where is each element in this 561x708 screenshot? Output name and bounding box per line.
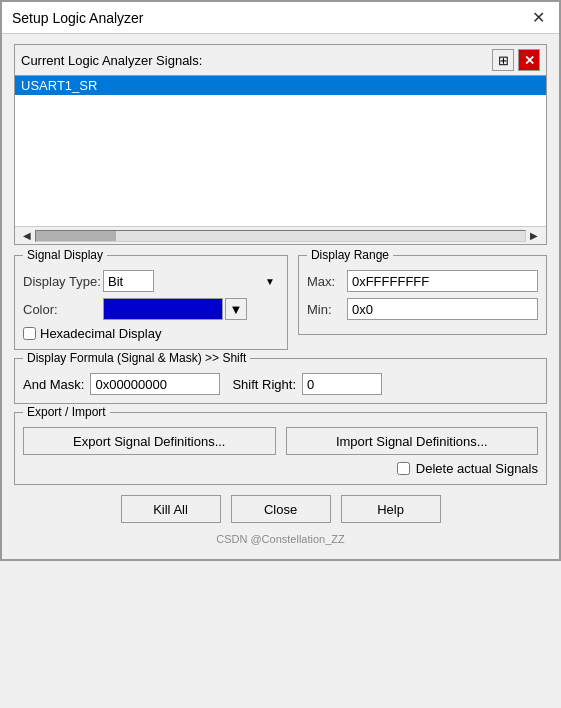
shift-right-label: Shift Right: [232,377,296,392]
hexadecimal-row: Hexadecimal Display [23,326,279,341]
max-row: Max: [307,270,538,292]
formula-border: Display Formula (Signal & Mask) >> Shift… [14,358,547,404]
window-close-button[interactable]: ✕ [528,8,549,27]
export-button[interactable]: Export Signal Definitions... [23,427,276,455]
grid-icon: ⊞ [498,53,509,68]
signals-header-label: Current Logic Analyzer Signals: [21,53,202,68]
middle-panels-row: Signal Display Display Type: Bit Analog … [14,255,547,350]
color-box[interactable] [103,298,223,320]
scroll-track[interactable] [35,230,526,242]
scroll-thumb[interactable] [36,231,116,241]
delete-signals-label: Delete actual Signals [416,461,538,476]
max-label: Max: [307,274,347,289]
signals-toolbar: ⊞ ✕ [492,49,540,71]
min-label: Min: [307,302,347,317]
display-range-panel: Display Range Max: Min: [298,255,547,350]
color-control: ▼ [103,298,247,320]
export-import-border: Export / Import Export Signal Definition… [14,412,547,485]
signals-section: Current Logic Analyzer Signals: ⊞ ✕ USAR… [14,44,547,245]
window-content: Current Logic Analyzer Signals: ⊞ ✕ USAR… [2,34,559,559]
export-import-buttons-row: Export Signal Definitions... Import Sign… [23,427,538,455]
kill-all-button[interactable]: Kill All [121,495,221,523]
window-title: Setup Logic Analyzer [12,10,144,26]
down-arrow-icon: ▼ [230,302,243,317]
min-row: Min: [307,298,538,320]
color-picker-button[interactable]: ▼ [225,298,247,320]
horizontal-scrollbar[interactable]: ◀ ▶ [15,226,546,244]
scroll-right-arrow[interactable]: ▶ [526,230,542,241]
display-type-label: Display Type: [23,274,103,289]
title-bar: Setup Logic Analyzer ✕ [2,2,559,34]
delete-row: Delete actual Signals [23,461,538,476]
shift-right-input[interactable] [302,373,382,395]
formula-legend: Display Formula (Signal & Mask) >> Shift [23,351,250,365]
watermark: CSDN @Constellation_ZZ [14,533,547,549]
display-range-legend: Display Range [307,248,393,262]
display-type-select[interactable]: Bit Analog [103,270,154,292]
hexadecimal-label: Hexadecimal Display [40,326,161,341]
signal-item[interactable]: USART1_SR [15,76,546,95]
delete-signals-checkbox[interactable] [397,462,410,475]
display-type-row: Display Type: Bit Analog [23,270,279,292]
signal-display-legend: Signal Display [23,248,107,262]
formula-panel: Display Formula (Signal & Mask) >> Shift… [14,358,547,404]
signal-display-border: Signal Display Display Type: Bit Analog … [14,255,288,350]
and-mask-input[interactable] [90,373,220,395]
hexadecimal-checkbox[interactable] [23,327,36,340]
shift-right-field: Shift Right: [232,373,382,395]
delete-signal-button[interactable]: ✕ [518,49,540,71]
min-input[interactable] [347,298,538,320]
display-range-border: Display Range Max: Min: [298,255,547,335]
close-button[interactable]: Close [231,495,331,523]
and-mask-label: And Mask: [23,377,84,392]
scroll-left-arrow[interactable]: ◀ [19,230,35,241]
color-row: Color: ▼ [23,298,279,320]
export-import-legend: Export / Import [23,405,110,419]
main-window: Setup Logic Analyzer ✕ Current Logic Ana… [0,0,561,561]
import-button[interactable]: Import Signal Definitions... [286,427,539,455]
signals-list[interactable]: USART1_SR [15,76,546,226]
color-label: Color: [23,302,103,317]
and-mask-field: And Mask: [23,373,220,395]
bottom-buttons: Kill All Close Help [14,495,547,533]
help-button[interactable]: Help [341,495,441,523]
grid-icon-button[interactable]: ⊞ [492,49,514,71]
delete-icon: ✕ [524,53,535,68]
export-import-panel: Export / Import Export Signal Definition… [14,412,547,485]
display-type-select-wrapper[interactable]: Bit Analog [103,270,279,292]
signal-display-panel: Signal Display Display Type: Bit Analog … [14,255,288,350]
formula-row: And Mask: Shift Right: [23,373,538,395]
signals-header: Current Logic Analyzer Signals: ⊞ ✕ [15,45,546,76]
max-input[interactable] [347,270,538,292]
